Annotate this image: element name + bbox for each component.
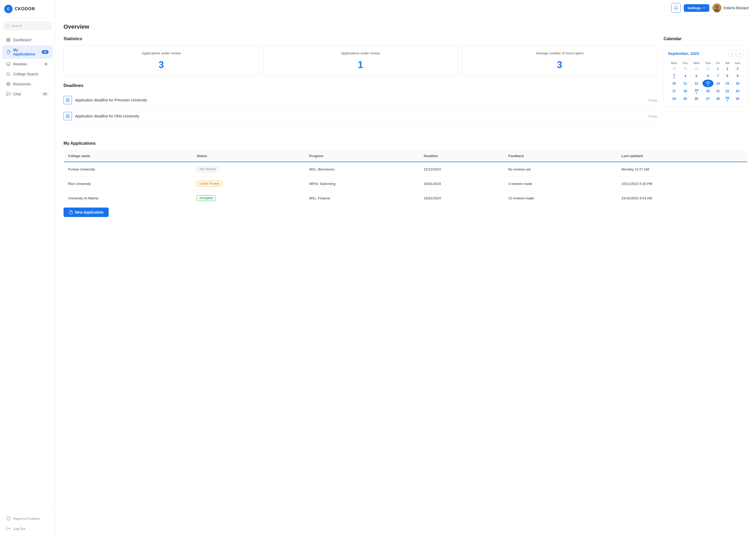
sidebar-item-label: Resources [13, 82, 31, 86]
stat-label-1: Applications under review [267, 51, 454, 56]
cal-day-1-4[interactable]: 7 [714, 72, 723, 80]
cal-day-2-4[interactable]: 14 [714, 80, 723, 87]
cal-day-2-3[interactable]: 13 [702, 80, 713, 87]
cal-day-3-4[interactable]: 21 [714, 87, 723, 95]
cal-day-3-6[interactable]: 23 [732, 87, 743, 95]
settings-button[interactable]: Settings [684, 4, 709, 12]
table-row[interactable]: Rice UniversityUnder ReviewMPhil. Swimmi… [64, 177, 748, 191]
cal-day-2-5[interactable]: 15 [723, 80, 732, 87]
sidebar-item-report-problem[interactable]: Report a Problem [2, 514, 53, 523]
stat-value-2: 3 [466, 59, 653, 71]
bell-icon [674, 6, 678, 10]
cal-day-4-2[interactable]: 26 [690, 95, 702, 102]
sidebar-item-chat[interactable]: Chat 57 [2, 89, 53, 99]
cal-day-4-3[interactable]: 27 [702, 95, 713, 102]
stat-card-1: Applications under review 1 [263, 45, 458, 76]
status-cell-2: Accepted [192, 191, 305, 205]
calendar-section: Calendar September, 2023 ‹ › Mon [664, 36, 748, 133]
settings-label: Settings [687, 6, 701, 10]
avatar [712, 3, 721, 12]
svg-line-1 [9, 27, 10, 27]
logo-text: CKODON [15, 7, 35, 11]
content: Overview Statistics Applications under r… [55, 16, 756, 231]
cal-day-4-6[interactable]: 30 [732, 95, 743, 102]
cal-day-0-1[interactable]: 29 [680, 66, 690, 72]
svg-rect-6 [7, 63, 10, 65]
table-row[interactable]: University of AlbertaAcceptedMSc. Financ… [64, 191, 748, 205]
sidebar-item-my-applications[interactable]: My Applications 10 [2, 45, 53, 59]
cal-next-button[interactable]: › [736, 50, 743, 57]
cal-day-2-0[interactable]: 10 [668, 80, 680, 87]
cal-day-0-5[interactable]: 2 [723, 66, 732, 72]
cal-day-4-0[interactable]: 24 [668, 95, 680, 102]
program-2: MSc. Finance [305, 191, 419, 205]
cal-day-0-4[interactable]: 1 [714, 66, 723, 72]
cal-day-1-6[interactable]: 9 [732, 72, 743, 80]
search-box[interactable]: Search [3, 22, 52, 30]
svg-rect-3 [9, 38, 10, 40]
cal-day-0-2[interactable]: 30 [690, 66, 702, 72]
cal-day-4-4[interactable]: 28 [714, 95, 723, 102]
cal-day-4-5[interactable]: 29 [723, 95, 732, 102]
sidebar-bottom: Report a Problem Log Out [0, 510, 55, 538]
sidebar-item-label: Report a Problem [13, 517, 40, 521]
deadline-item-1: Application deadline for Ohio University… [64, 108, 657, 124]
cal-prev-button[interactable]: ‹ [729, 50, 735, 57]
search-icon [6, 24, 10, 28]
cal-day-0-3[interactable]: 31 [702, 66, 713, 72]
sidebar-item-reviews[interactable]: Reviews 6 [2, 59, 53, 69]
avatar-image [712, 3, 721, 12]
stat-label-2: Average number of hours spent [466, 51, 653, 56]
cal-day-1-1[interactable]: 4 [680, 72, 690, 80]
notification-button[interactable] [671, 3, 681, 13]
stat-cards: Applications under review 3 Applications… [64, 45, 657, 76]
cal-day-3-0[interactable]: 17 [668, 87, 680, 95]
college-name-2: University of Alberta [64, 191, 193, 205]
sidebar-item-label: Chat [13, 92, 21, 96]
cal-day-3-1[interactable]: 18 [680, 87, 690, 95]
col-last-updated: Last updated [617, 150, 748, 162]
cal-day-2-6[interactable]: 16 [732, 80, 743, 87]
new-application-button[interactable]: New Application [64, 207, 109, 217]
cal-day-0-6[interactable]: 2 [732, 66, 743, 72]
cal-day-3-3[interactable]: 20 [702, 87, 713, 95]
cal-dow-sun: Sun [732, 60, 743, 66]
col-program: Program [305, 150, 419, 162]
chat-icon [6, 92, 11, 96]
sidebar-item-resources[interactable]: Resources [2, 79, 53, 89]
status-cell-1: Under Review [192, 177, 305, 191]
svg-point-0 [7, 25, 9, 27]
cal-grid: Mon Tue Wed Thu Fri Sat Sun 282930311223… [668, 60, 743, 102]
chevron-down-icon [702, 6, 706, 10]
cal-day-2-2[interactable]: 12 [690, 80, 702, 87]
cal-day-2-1[interactable]: 11 [680, 80, 690, 87]
deadline-text-0: Application deadline for Princeton Unive… [75, 98, 645, 102]
cal-day-0-0[interactable]: 28 [668, 66, 680, 72]
cal-dow-mon: Mon [668, 60, 680, 66]
sidebar-item-log-out[interactable]: Log Out [2, 524, 53, 533]
cal-day-1-2[interactable]: 5 [690, 72, 702, 80]
table-row[interactable]: Purdue UniversityNot StartedMSc. Bioscie… [64, 162, 748, 177]
cal-day-3-5[interactable]: 22 [723, 87, 732, 95]
sidebar: C CKODON Search Dashboard My Application… [0, 0, 55, 538]
logo-icon: C [4, 5, 13, 13]
svg-rect-4 [7, 40, 8, 41]
top-row: Statistics Applications under review 3 A… [64, 36, 748, 133]
cal-day-4-1[interactable]: 25 [680, 95, 690, 102]
cal-day-3-2[interactable]: 19 [690, 87, 702, 95]
sidebar-item-college-search[interactable]: College Search [2, 69, 53, 79]
cal-day-1-3[interactable]: 6 [702, 72, 713, 80]
svg-line-10 [9, 75, 10, 76]
status-badge: Not Started [197, 166, 218, 172]
last_updated-1: 15/11/2023 5:30 PM [617, 177, 748, 191]
cal-day-1-0[interactable]: 3 [668, 72, 680, 80]
user-area[interactable]: Indarra Basque [712, 3, 749, 12]
cal-dow-tue: Tue [680, 60, 690, 66]
sidebar-item-dashboard[interactable]: Dashboard [2, 35, 53, 45]
program-0: MSc. Bioscience [305, 162, 419, 177]
cal-nav: ‹ › [729, 50, 743, 57]
statistics-title: Statistics [64, 36, 657, 41]
cal-day-1-5[interactable]: 8 [723, 72, 732, 80]
resources-icon [6, 82, 11, 86]
stat-value-1: 1 [267, 59, 454, 71]
